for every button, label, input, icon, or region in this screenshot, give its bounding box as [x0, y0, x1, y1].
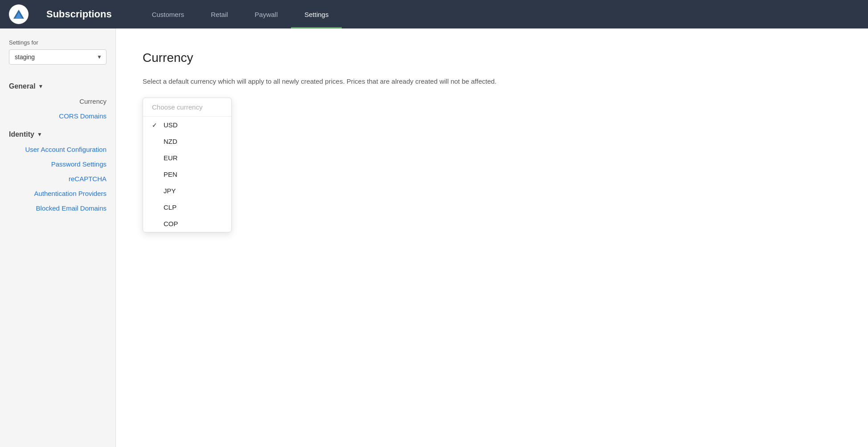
sidebar-general-arrow-icon: ▼	[38, 83, 44, 89]
currency-option-nzd[interactable]: NZD	[143, 133, 231, 150]
topnav-paywall[interactable]: Paywall	[242, 0, 291, 28]
environment-select[interactable]: staging production	[9, 49, 106, 65]
topnav-settings[interactable]: Settings	[291, 0, 342, 28]
currency-option-pen-label: PEN	[164, 171, 177, 178]
currency-option-jpy[interactable]: JPY	[143, 183, 231, 199]
currency-option-usd[interactable]: ✓ USD	[143, 117, 231, 133]
sidebar-section-identity[interactable]: Identity ▼	[0, 123, 115, 142]
currency-dropdown-container: Choose currency ✓ USD NZD EUR PEN	[143, 98, 232, 232]
topnav: Subscriptions Customers Retail Paywall S…	[0, 0, 868, 28]
sidebar-item-recaptcha[interactable]: reCAPTCHA	[0, 171, 115, 186]
app-brand: Subscriptions	[46, 8, 112, 20]
currency-option-nzd-label: NZD	[164, 138, 177, 145]
currency-dropdown[interactable]: Choose currency ✓ USD NZD EUR PEN	[143, 98, 232, 232]
app-logo	[9, 4, 29, 24]
currency-option-clp-label: CLP	[164, 203, 176, 211]
topnav-links: Customers Retail Paywall Settings	[139, 0, 859, 28]
currency-description: Select a default currency which will app…	[143, 77, 544, 85]
environment-select-wrapper[interactable]: staging production ▼	[9, 49, 106, 65]
layout: Settings for staging production ▼ Genera…	[0, 28, 868, 447]
currency-option-eur[interactable]: EUR	[143, 150, 231, 166]
sidebar-identity-arrow-icon: ▼	[37, 131, 42, 138]
sidebar-item-cors-domains[interactable]: CORS Domains	[0, 109, 115, 123]
currency-option-clp[interactable]: CLP	[143, 199, 231, 215]
currency-option-cop-label: COP	[164, 220, 178, 228]
currency-placeholder: Choose currency	[143, 98, 231, 117]
settings-for-label: Settings for	[0, 39, 115, 49]
sidebar-section-identity-label: Identity	[9, 130, 34, 138]
topnav-retail[interactable]: Retail	[197, 0, 241, 28]
topnav-customers[interactable]: Customers	[139, 0, 198, 28]
page-title: Currency	[143, 51, 841, 65]
currency-option-eur-label: EUR	[164, 154, 178, 162]
main-content: Currency Select a default currency which…	[116, 28, 868, 447]
sidebar-section-general[interactable]: General ▼	[0, 75, 115, 94]
sidebar-item-user-account-config[interactable]: User Account Configuration	[0, 142, 115, 157]
sidebar-section-general-label: General	[9, 82, 36, 90]
sidebar-item-blocked-email-domains[interactable]: Blocked Email Domains	[0, 201, 115, 215]
currency-option-jpy-label: JPY	[164, 187, 176, 195]
sidebar-item-currency[interactable]: Currency	[0, 94, 115, 109]
currency-option-usd-label: USD	[164, 121, 178, 129]
sidebar-item-password-settings[interactable]: Password Settings	[0, 157, 115, 171]
currency-option-cop[interactable]: COP	[143, 215, 231, 232]
sidebar: Settings for staging production ▼ Genera…	[0, 28, 116, 447]
check-icon: ✓	[152, 122, 159, 129]
sidebar-item-auth-providers[interactable]: Authentication Providers	[0, 186, 115, 201]
currency-option-pen[interactable]: PEN	[143, 166, 231, 183]
